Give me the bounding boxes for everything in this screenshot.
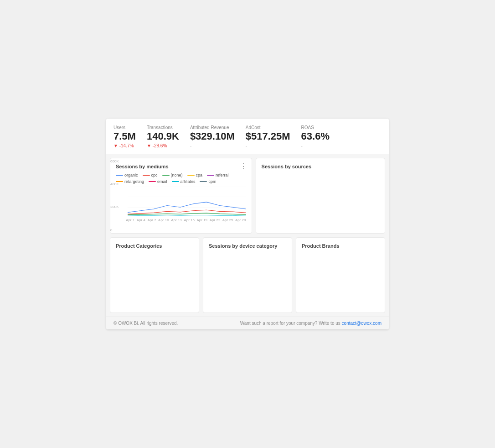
kpi-item: Users7.5M▼ -14.7% — [113, 125, 136, 148]
legend-label: cpa — [196, 173, 203, 177]
kpi-value: $517.25M — [246, 131, 290, 142]
product-brands-empty — [302, 252, 379, 307]
kpi-item: Attributed Revenue$329.10M- — [190, 125, 235, 148]
kpi-value: 7.5M — [113, 131, 136, 142]
x-axis-label: Apr 4 — [137, 218, 145, 222]
legend-label: cpc — [151, 173, 158, 177]
kpi-change: ▼ -28.6% — [147, 143, 179, 148]
y-axis-label: 600K — [110, 159, 119, 163]
legend-item: cpa — [187, 173, 203, 177]
legend-label: (none) — [171, 173, 183, 177]
product-categories-card: Product Categories — [110, 237, 199, 313]
legend-line — [200, 181, 207, 182]
legend-item: cpm — [200, 179, 216, 184]
legend-item: cpc — [143, 173, 158, 177]
charts-area: Sessions by mediums ⋮ organiccpc(none)cp… — [106, 154, 389, 317]
sessions-device-empty — [209, 252, 286, 307]
x-axis-label: Apr 16 — [184, 218, 195, 222]
footer-cta-link[interactable]: contact@owox.com — [342, 321, 382, 326]
y-axis-label: 0 — [110, 228, 119, 232]
x-axis-label: Apr 22 — [210, 218, 221, 222]
kpi-label: Attributed Revenue — [190, 125, 235, 130]
footer-cta-text: Want such a report for your company? Wri… — [240, 321, 340, 326]
product-categories-title: Product Categories — [116, 243, 193, 249]
x-axis-label: Apr 19 — [196, 218, 207, 222]
sessions-mediums-chart — [128, 187, 246, 218]
footer-cta: Want such a report for your company? Wri… — [240, 321, 382, 326]
kpi-value: $329.10M — [190, 131, 235, 142]
kpi-item: ROAS63.6%- — [301, 125, 330, 148]
legend-label: retargeting — [124, 179, 144, 184]
sessions-device-category-title: Sessions by device category — [209, 243, 286, 249]
kpi-label: AdCost — [246, 125, 290, 130]
kpi-item: AdCost$517.25M- — [246, 125, 290, 148]
y-axis-label: 400K — [110, 182, 119, 186]
legend-line — [187, 175, 195, 176]
kpi-change: - — [301, 143, 330, 148]
sessions-by-mediums-card: Sessions by mediums ⋮ organiccpc(none)cp… — [110, 158, 252, 234]
sessions-device-category-card: Sessions by device category — [203, 237, 292, 313]
legend-label: referral — [216, 173, 229, 177]
kpi-label: Users — [113, 125, 136, 130]
footer: © OWOX Bi. All rights reserved. Want suc… — [106, 317, 389, 329]
legend-label: organic — [124, 173, 138, 177]
sessions-mediums-more-button[interactable]: ⋮ — [240, 163, 247, 170]
top-charts-row: Sessions by mediums ⋮ organiccpc(none)cp… — [110, 158, 385, 234]
sessions-by-sources-card: Sessions by sources — [256, 158, 385, 234]
legend-line — [172, 181, 179, 182]
x-axis-label: Apr 7 — [147, 218, 156, 222]
legend-label: affiliates — [180, 179, 196, 184]
legend-line — [207, 175, 214, 176]
legend-item: retargeting — [116, 179, 144, 184]
legend-label: cpm — [208, 179, 216, 184]
bottom-charts-row: Product Categories Sessions by device ca… — [110, 237, 385, 313]
sessions-mediums-title: Sessions by mediums — [116, 164, 246, 169]
product-categories-empty — [116, 252, 193, 307]
legend-line — [143, 175, 150, 176]
product-brands-card: Product Brands — [296, 237, 385, 313]
sessions-sources-title: Sessions by sources — [262, 164, 379, 169]
sessions-mediums-legend: organiccpc(none)cpareferralretargetingem… — [116, 173, 246, 184]
kpi-value: 63.6% — [301, 131, 330, 142]
x-axis-labels: Apr 1Apr 4Apr 7Apr 10Apr 13Apr 16Apr 19A… — [116, 217, 246, 222]
kpi-item: Transactions140.9K▼ -28.6% — [147, 125, 179, 148]
sessions-sources-empty — [262, 173, 379, 228]
footer-copyright: © OWOX Bi. All rights reserved. — [113, 321, 178, 326]
x-axis-label: Apr 13 — [171, 218, 182, 222]
kpi-change: ▼ -14.7% — [113, 143, 136, 148]
kpi-label: Transactions — [147, 125, 179, 130]
report-container: Users7.5M▼ -14.7%Transactions140.9K▼ -28… — [106, 119, 389, 329]
x-axis-label: Apr 10 — [158, 218, 169, 222]
legend-line — [149, 181, 156, 182]
legend-item: referral — [207, 173, 229, 177]
legend-item: organic — [116, 173, 138, 177]
kpi-value: 140.9K — [147, 131, 179, 142]
kpi-row: Users7.5M▼ -14.7%Transactions140.9K▼ -28… — [106, 119, 389, 154]
x-axis-label: Apr 1 — [126, 218, 134, 222]
product-brands-title: Product Brands — [302, 243, 379, 249]
kpi-label: ROAS — [301, 125, 330, 130]
x-axis-label: Apr 25 — [222, 218, 233, 222]
legend-item: affiliates — [172, 179, 196, 184]
legend-item: email — [149, 179, 167, 184]
legend-label: email — [157, 179, 167, 184]
x-axis-label: Apr 28 — [235, 218, 246, 222]
legend-item: (none) — [162, 173, 183, 177]
kpi-change: - — [246, 143, 290, 148]
y-axis-label: 200K — [110, 205, 119, 209]
y-axis-labels: 600K400K200K0 — [110, 158, 119, 233]
kpi-change: - — [190, 143, 235, 148]
legend-line — [162, 175, 170, 176]
